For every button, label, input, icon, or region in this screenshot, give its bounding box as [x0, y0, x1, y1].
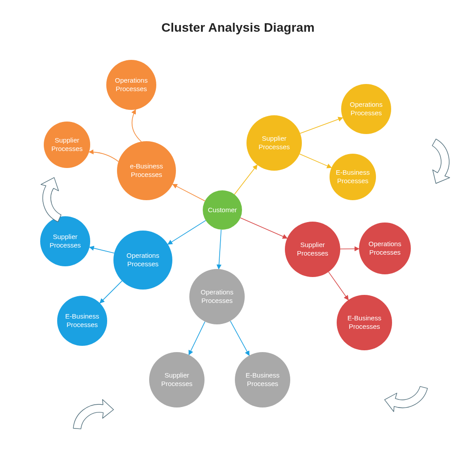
edge-center-orange_main: [173, 184, 205, 201]
curved-arrow-icon: [61, 385, 123, 450]
node-center: Customer: [203, 190, 242, 230]
node-orange_sup: Supplier Processes: [44, 122, 90, 168]
edge-center-yellow_main: [234, 165, 257, 194]
node-label: E-Business Processes: [60, 312, 104, 329]
node-label: E-Business Processes: [238, 371, 288, 388]
node-label: E-Business Processes: [339, 314, 389, 331]
node-gray_main: Operations Processes: [189, 269, 245, 324]
node-yellow_ops: Operations Processes: [341, 84, 391, 134]
edge-center-gray_main: [219, 230, 221, 269]
node-yellow_main: Supplier Processes: [246, 115, 302, 171]
edge-yellow_main-yellow_ebiz: [300, 154, 331, 168]
node-label: Operations Processes: [116, 252, 170, 269]
edge-center-red_main: [240, 218, 287, 239]
curved-arrow-icon: [374, 362, 440, 429]
edge-orange_main-orange_ops: [132, 109, 142, 142]
node-blue_ebiz: E-Business Processes: [57, 296, 107, 346]
node-label: Operations Processes: [192, 288, 242, 305]
node-red_ops: Operations Processes: [359, 223, 411, 274]
node-blue_main: Operations Processes: [113, 231, 172, 290]
node-red_main: Supplier Processes: [285, 222, 340, 277]
diagram-canvas: { "title": "Cluster Analysis Diagram", "…: [0, 0, 476, 462]
node-gray_sup: Supplier Processes: [149, 352, 205, 407]
node-label: Customer: [208, 206, 237, 214]
edge-blue_main-blue_ebiz: [100, 281, 122, 303]
node-gray_ebiz: E-Business Processes: [235, 352, 290, 407]
node-label: Operations Processes: [109, 76, 154, 93]
node-orange_ops: Operations Processes: [106, 60, 156, 110]
node-orange_main: e-Business Processes: [117, 141, 176, 200]
edge-yellow_main-yellow_ops: [300, 118, 342, 133]
node-yellow_ebiz: E-Business Processes: [330, 154, 376, 200]
edge-orange_main-orange_sup: [89, 152, 118, 161]
edge-gray_main-gray_ebiz: [230, 321, 249, 355]
node-label: e-Business Processes: [120, 162, 173, 179]
node-label: Operations Processes: [362, 240, 408, 257]
node-label: Supplier Processes: [46, 136, 88, 153]
node-label: Supplier Processes: [249, 134, 299, 151]
node-label: Supplier Processes: [43, 233, 88, 250]
edge-red_main-red_ops: [340, 249, 359, 249]
curved-arrow-icon: [404, 126, 471, 194]
node-label: Supplier Processes: [152, 371, 202, 388]
edge-center-blue_main: [168, 220, 206, 244]
edge-blue_main-blue_sup: [89, 247, 114, 253]
node-label: Supplier Processes: [288, 241, 338, 258]
diagram-title: Cluster Analysis Diagram: [0, 21, 476, 35]
node-red_ebiz: E-Business Processes: [337, 295, 392, 350]
node-label: Operations Processes: [344, 101, 388, 118]
edge-gray_main-gray_sup: [189, 322, 205, 355]
edge-red_main-red_ebiz: [329, 272, 348, 300]
node-label: E-Business Processes: [332, 168, 373, 185]
